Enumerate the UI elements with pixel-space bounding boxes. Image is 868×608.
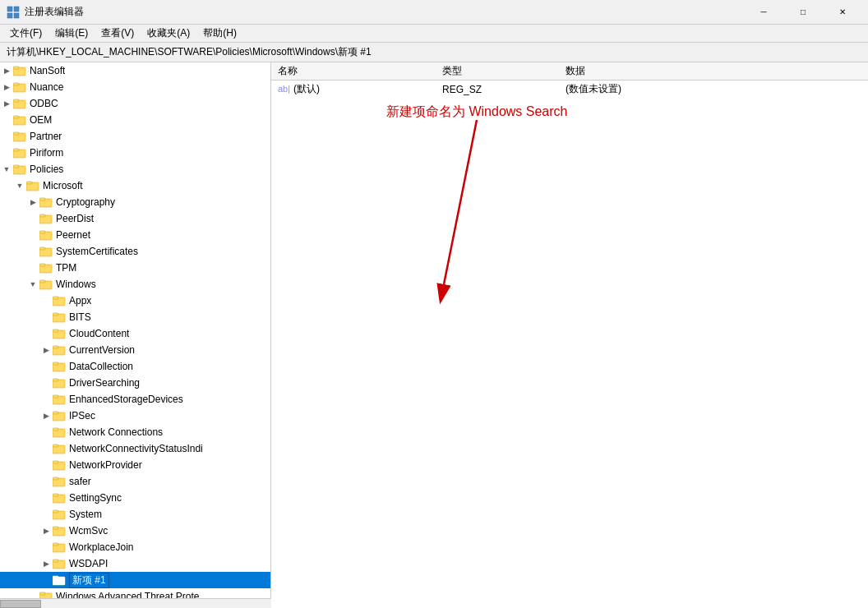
folder-icon-odbc <box>13 97 26 110</box>
tree-node-systemcertificates[interactable]: SystemCertificates <box>0 243 270 260</box>
folder-icon-tpm <box>39 261 53 274</box>
expand-arrow-settingsync <box>39 491 53 504</box>
node-label-wcmsvc: WcmSvc <box>69 525 108 537</box>
expand-arrow-ipsec[interactable] <box>39 409 53 422</box>
tree-node-appx[interactable]: Appx <box>0 292 270 309</box>
tree-node-peernet[interactable]: Peernet <box>0 227 270 243</box>
expand-arrow-windows[interactable] <box>26 278 39 291</box>
node-label-oem: OEM <box>30 114 52 126</box>
expand-arrow-nansoft[interactable] <box>0 64 13 77</box>
tree-node-networkconnections[interactable]: Network Connections <box>0 424 270 440</box>
svg-rect-45 <box>53 395 58 398</box>
expand-arrow-microsoft[interactable] <box>13 179 26 192</box>
tree-node-nuance[interactable]: Nuance <box>0 79 270 95</box>
svg-rect-67 <box>53 576 58 578</box>
expand-arrow-nuance[interactable] <box>0 81 13 94</box>
maximize-button[interactable]: □ <box>784 0 822 25</box>
tree-node-bits[interactable]: BITS <box>0 309 270 325</box>
svg-rect-59 <box>53 510 58 513</box>
tree-node-newitem1[interactable]: 新项 #1 <box>0 572 270 588</box>
tree-node-driversearching[interactable]: DriverSearching <box>0 375 270 391</box>
folder-icon-systemcertificates <box>39 245 53 258</box>
tree-node-wcmsvc[interactable]: WcmSvc <box>0 523 270 539</box>
tree-node-enhancedstoragedevices[interactable]: EnhancedStorageDevices <box>0 391 270 408</box>
tree-node-oem[interactable]: OEM <box>0 112 270 128</box>
node-label-enhancedstoragedevices: EnhancedStorageDevices <box>69 394 183 405</box>
minimize-button[interactable]: ─ <box>745 0 783 25</box>
tree-node-policies[interactable]: Policies <box>0 161 270 177</box>
tree-node-system[interactable]: System <box>0 506 270 523</box>
folder-icon-partner <box>13 130 26 143</box>
expand-arrow-bits <box>39 311 53 324</box>
tree-node-workplacejoin[interactable]: WorkplaceJoin <box>0 539 270 555</box>
tree-node-wsdapi[interactable]: WSDAPI <box>0 555 270 572</box>
expand-arrow-driversearching <box>39 376 53 389</box>
tree-node-datacollection[interactable]: DataCollection <box>0 358 270 375</box>
col-name[interactable]: 名称 <box>271 62 436 81</box>
tree-node-tpm[interactable]: TPM <box>0 260 270 276</box>
menu-edit[interactable]: 编辑(E) <box>48 25 95 42</box>
tree-node-networkprovider[interactable]: NetworkProvider <box>0 457 270 473</box>
svg-rect-69 <box>39 592 45 595</box>
svg-rect-21 <box>39 198 45 200</box>
svg-rect-61 <box>53 527 58 529</box>
col-type[interactable]: 类型 <box>436 62 559 81</box>
tree-node-currentversion[interactable]: CurrentVersion <box>0 342 270 358</box>
tree-node-cryptography[interactable]: Cryptography <box>0 194 270 210</box>
tree-panel[interactable]: NanSoft Nuance ODBC OEM Partner Piriform… <box>0 62 271 608</box>
tree-node-networkconnectivitystatusindi[interactable]: NetworkConnectivityStatusIndi <box>0 440 270 457</box>
node-label-settingsync: SettingSync <box>69 492 122 504</box>
tree-node-windows[interactable]: Windows <box>0 276 270 292</box>
annotation-text: 新建项命名为 Windows Search <box>386 104 568 121</box>
folder-icon-nuance <box>13 81 26 94</box>
node-label-peerdist: PeerDist <box>56 213 94 224</box>
node-label-tpm: TPM <box>56 262 76 274</box>
expand-arrow-odbc[interactable] <box>0 97 13 110</box>
expand-arrow-wcmsvc[interactable] <box>39 524 53 537</box>
svg-rect-11 <box>13 116 19 118</box>
title-bar: 注册表编辑器 ─ □ ✕ <box>0 0 868 25</box>
node-label-bits: BITS <box>69 311 91 323</box>
cell-name: ab|(默认) <box>271 81 436 99</box>
svg-rect-35 <box>53 313 58 316</box>
folder-icon-microsoft <box>26 179 39 192</box>
tree-node-ipsec[interactable]: IPSec <box>0 408 270 424</box>
expand-arrow-policies[interactable] <box>0 163 13 176</box>
folder-icon-networkprovider <box>53 458 66 472</box>
menu-file[interactable]: 文件(F) <box>3 25 48 42</box>
tree-node-nansoft[interactable]: NanSoft <box>0 62 270 79</box>
menu-help[interactable]: 帮助(H) <box>196 25 243 42</box>
node-label-newitem1: 新项 #1 <box>69 573 109 588</box>
tree-node-safer[interactable]: safer <box>0 473 270 490</box>
menu-view[interactable]: 查看(V) <box>95 25 141 42</box>
horizontal-scrollbar[interactable] <box>0 598 271 608</box>
menu-favorites[interactable]: 收藏夹(A) <box>141 25 196 42</box>
tree-node-settingsync[interactable]: SettingSync <box>0 490 270 506</box>
node-label-systemcertificates: SystemCertificates <box>56 246 138 257</box>
tree-node-peerdist[interactable]: PeerDist <box>0 210 270 227</box>
expand-arrow-tpm <box>26 261 39 274</box>
expand-arrow-currentversion[interactable] <box>39 343 53 357</box>
node-label-ipsec: IPSec <box>69 410 95 421</box>
tree-node-odbc[interactable]: ODBC <box>0 95 270 112</box>
expand-arrow-cryptography[interactable] <box>26 196 39 209</box>
close-button[interactable]: ✕ <box>824 0 861 25</box>
address-bar: 计算机\HKEY_LOCAL_MACHINE\SOFTWARE\Policies… <box>0 43 868 62</box>
expand-arrow-partner <box>0 130 13 143</box>
expand-arrow-wsdapi[interactable] <box>39 557 53 570</box>
folder-icon-cloudcontent <box>53 327 66 340</box>
node-label-appx: Appx <box>69 295 91 306</box>
expand-arrow-networkprovider <box>39 458 53 472</box>
menu-bar: 文件(F) 编辑(E) 查看(V) 收藏夹(A) 帮助(H) <box>0 25 868 43</box>
node-label-networkprovider: NetworkProvider <box>69 459 142 471</box>
tree-node-cloudcontent[interactable]: CloudContent <box>0 325 270 342</box>
tree-node-microsoft[interactable]: Microsoft <box>0 177 270 194</box>
svg-rect-25 <box>39 231 45 233</box>
tree-node-partner[interactable]: Partner <box>0 128 270 145</box>
folder-icon-wsdapi <box>53 557 66 570</box>
svg-rect-39 <box>53 346 58 348</box>
tree-node-piriform[interactable]: Piriform <box>0 145 270 161</box>
folder-icon-cryptography <box>39 196 53 209</box>
table-row[interactable]: ab|(默认)REG_SZ(数值未设置) <box>271 81 868 99</box>
col-data[interactable]: 数据 <box>559 62 868 81</box>
